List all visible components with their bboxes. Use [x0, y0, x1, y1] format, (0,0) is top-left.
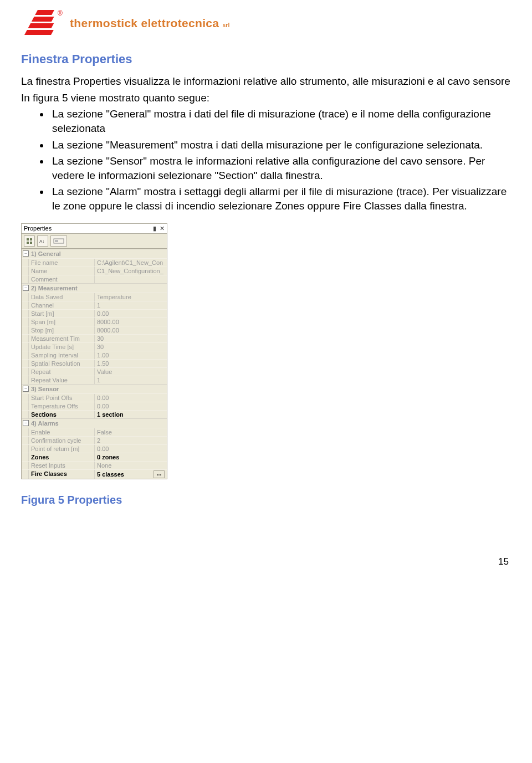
- property-key: Name: [29, 267, 95, 275]
- svg-rect-11: [55, 240, 58, 242]
- panel-toolbar: A↓: [22, 234, 167, 249]
- property-value[interactable]: C1_New_Configuration_: [95, 267, 167, 275]
- collapse-icon[interactable]: −: [23, 420, 29, 426]
- property-value[interactable]: 0.00: [95, 310, 167, 318]
- property-row[interactable]: Spatial Resolution1.50: [22, 359, 167, 367]
- property-key: Repeat: [29, 368, 95, 376]
- group-label: 3) Sensor: [31, 386, 59, 392]
- pin-icon[interactable]: ▮: [153, 225, 156, 232]
- property-value[interactable]: 0.00: [95, 394, 167, 402]
- property-row[interactable]: Start [m]0.00: [22, 309, 167, 318]
- svg-rect-8: [30, 242, 32, 244]
- property-row[interactable]: Start Point Offs0.00: [22, 393, 167, 402]
- property-key: Temperature Offs: [29, 402, 95, 410]
- svg-rect-3: [24, 30, 54, 35]
- property-value[interactable]: [95, 275, 167, 283]
- close-icon[interactable]: ✕: [160, 225, 165, 232]
- property-key: Channel: [29, 301, 95, 309]
- property-row[interactable]: Data SavedTemperature: [22, 293, 167, 301]
- property-row[interactable]: Zones0 zones: [22, 453, 167, 461]
- property-value[interactable]: 1.00: [95, 351, 167, 359]
- property-value[interactable]: 2: [95, 437, 167, 444]
- list-item: La sezione "Sensor" mostra le informazio…: [50, 154, 511, 182]
- property-key: Point of return [m]: [29, 445, 95, 453]
- list-item: La sezione "Measurement" mostra i dati d…: [50, 138, 511, 152]
- property-value[interactable]: 8000.00: [95, 326, 167, 334]
- svg-rect-0: [35, 10, 54, 15]
- intro-paragraph-1: La finestra Properties visualizza le inf…: [21, 74, 511, 89]
- property-key: File name: [29, 259, 95, 267]
- property-row[interactable]: Comment: [22, 275, 167, 283]
- list-item: La sezione "Alarm" mostra i settaggi deg…: [50, 185, 511, 213]
- collapse-icon[interactable]: −: [23, 285, 29, 291]
- property-row[interactable]: File nameC:\Agilent\C1_New_Con: [22, 258, 167, 267]
- property-key: Sampling Interval: [29, 351, 95, 359]
- property-row[interactable]: Channel1: [22, 301, 167, 309]
- property-row[interactable]: Temperature Offs0.00: [22, 402, 167, 410]
- property-value[interactable]: False: [95, 428, 167, 436]
- property-row[interactable]: Sections1 section: [22, 410, 167, 418]
- collapse-icon[interactable]: −: [23, 386, 29, 392]
- property-row[interactable]: Sampling Interval1.00: [22, 351, 167, 359]
- property-row[interactable]: RepeatValue: [22, 367, 167, 376]
- property-key: Measurement Tim: [29, 335, 95, 342]
- page-title: Finestra Properties: [21, 52, 511, 66]
- svg-text:®: ®: [58, 10, 63, 17]
- property-row[interactable]: Measurement Tim30: [22, 334, 167, 342]
- property-key: Span [m]: [29, 318, 95, 326]
- property-key: Fire Classes: [29, 470, 95, 479]
- svg-rect-5: [27, 238, 29, 240]
- svg-rect-1: [32, 17, 54, 22]
- property-value[interactable]: 0 zones: [95, 453, 167, 461]
- property-value[interactable]: 1: [95, 376, 167, 384]
- property-value[interactable]: Temperature: [95, 293, 167, 301]
- property-key: Enable: [29, 428, 95, 436]
- property-key: Confirmation cycle: [29, 437, 95, 444]
- property-row[interactable]: EnableFalse: [22, 428, 167, 436]
- property-group-header[interactable]: −3) Sensor: [22, 384, 167, 393]
- property-value[interactable]: 8000.00: [95, 318, 167, 326]
- collapse-icon[interactable]: −: [23, 250, 29, 257]
- category-sort-button[interactable]: [24, 235, 35, 247]
- property-key: Start Point Offs: [29, 394, 95, 402]
- property-value[interactable]: 0.00: [95, 445, 167, 453]
- az-sort-button[interactable]: A↓: [37, 235, 48, 247]
- property-value[interactable]: 1 section: [95, 411, 167, 418]
- property-value[interactable]: 1.50: [95, 360, 167, 367]
- property-value[interactable]: 30: [95, 335, 167, 342]
- panel-title: Properties: [24, 225, 52, 232]
- svg-text:A↓: A↓: [39, 239, 44, 244]
- group-label: 1) General: [31, 250, 61, 257]
- property-group-header[interactable]: −2) Measurement: [22, 283, 167, 293]
- property-key: Update Time [s]: [29, 343, 95, 351]
- property-row[interactable]: Repeat Value1: [22, 376, 167, 384]
- property-key: Stop [m]: [29, 326, 95, 334]
- logo-row: ® thermostick elettrotecnica srl: [21, 10, 511, 37]
- property-group-header[interactable]: −1) General: [22, 249, 167, 258]
- property-row[interactable]: NameC1_New_Configuration_: [22, 267, 167, 275]
- property-value[interactable]: 5 classes...: [95, 470, 167, 479]
- property-value[interactable]: 30: [95, 343, 167, 351]
- property-key: Data Saved: [29, 293, 95, 301]
- property-row[interactable]: Update Time [s]30: [22, 342, 167, 351]
- property-row[interactable]: Reset InputsNone: [22, 461, 167, 469]
- property-row[interactable]: Confirmation cycle2: [22, 436, 167, 444]
- property-key: Zones: [29, 453, 95, 461]
- property-pages-button[interactable]: [50, 235, 67, 247]
- property-value[interactable]: 1: [95, 301, 167, 309]
- property-value[interactable]: 0.00: [95, 402, 167, 410]
- property-row[interactable]: Point of return [m]0.00: [22, 444, 167, 453]
- property-value[interactable]: Value: [95, 368, 167, 376]
- property-value[interactable]: None: [95, 462, 167, 469]
- property-value[interactable]: C:\Agilent\C1_New_Con: [95, 259, 167, 267]
- property-group-header[interactable]: −4) Alarms: [22, 418, 167, 428]
- property-row[interactable]: Stop [m]8000.00: [22, 326, 167, 334]
- property-row[interactable]: Span [m]8000.00: [22, 318, 167, 326]
- list-item: La sezione "General" mostra i dati del f…: [50, 107, 511, 135]
- property-row[interactable]: Fire Classes5 classes...: [22, 469, 167, 479]
- group-label: 2) Measurement: [31, 285, 78, 291]
- panel-titlebar: Properties ▮ ✕: [22, 224, 167, 234]
- svg-rect-6: [30, 238, 32, 240]
- group-label: 4) Alarms: [31, 420, 59, 427]
- ellipsis-button[interactable]: ...: [154, 470, 165, 478]
